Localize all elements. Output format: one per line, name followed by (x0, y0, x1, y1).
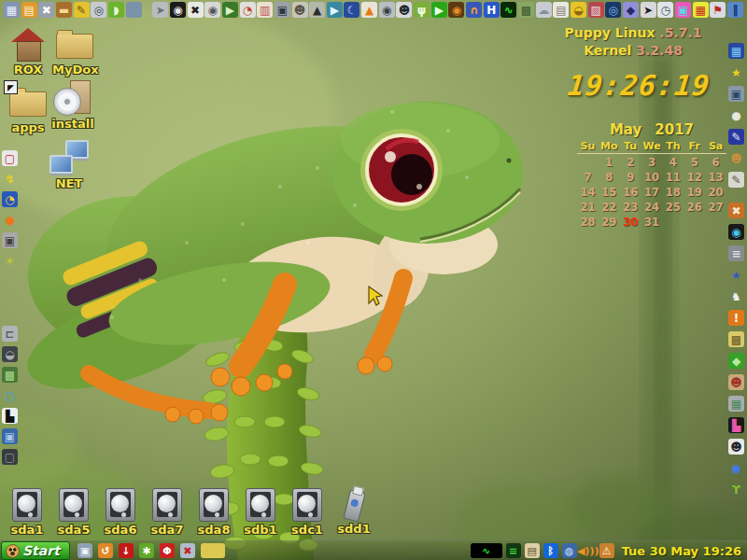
webcam-icon[interactable]: ◉ (379, 2, 395, 18)
golf-ball-icon[interactable]: ● (728, 107, 744, 123)
monitor-pencil-icon[interactable]: ✎ (728, 129, 744, 145)
drive-sdb1[interactable]: sdb1 (239, 488, 282, 537)
drive-sdd1[interactable]: sdd1 (332, 488, 375, 537)
x-box-icon[interactable]: ✖ (728, 203, 744, 218)
compass-icon[interactable]: ◔ (2, 191, 18, 207)
net-monitor-icon[interactable]: ≡ (506, 543, 521, 558)
blue-pixel-screen-icon[interactable]: ▦ (728, 43, 744, 59)
bluetooth-icon[interactable]: ᛒ (543, 543, 558, 558)
green-terminal-icon[interactable]: ▩ (2, 367, 18, 383)
circuit-icon[interactable]: ▦ (728, 396, 744, 412)
vinyl-record-icon[interactable]: ◉ (170, 2, 186, 18)
crayons-icon[interactable]: ▥ (257, 2, 273, 18)
vlc-cone-icon[interactable]: ▲ (361, 2, 377, 18)
blue-screen-icon[interactable]: ▣ (2, 428, 18, 444)
scissors-icon[interactable]: ✖ (188, 2, 204, 18)
document-pen-icon[interactable]: ▤ (553, 2, 569, 18)
floppy-disk-icon[interactable]: ▦ (4, 2, 20, 18)
penguin-game-icon[interactable]: ☻ (728, 439, 744, 455)
download-arrow-icon[interactable]: ↓ (119, 543, 134, 558)
network-globe-icon[interactable]: ◍ (562, 543, 577, 558)
update-icon[interactable]: ↺ (98, 543, 113, 558)
blue-ring-icon[interactable]: ○ (2, 387, 18, 403)
green-gem-icon[interactable]: ◆ (728, 353, 744, 369)
desktop-icon-net[interactable]: NET (47, 140, 92, 190)
orange-ball-icon[interactable]: ● (2, 212, 18, 228)
usb-plug-icon[interactable]: ⊏ (2, 326, 18, 342)
inkscape-mountain-icon[interactable]: ▲ (309, 2, 325, 18)
nature-photo-icon[interactable]: ▩ (518, 2, 534, 18)
windows-stack-icon[interactable]: ▣ (78, 543, 92, 558)
dark-disk-icon[interactable]: ◒ (2, 346, 18, 362)
magnifier-icon[interactable]: ◎ (91, 2, 106, 18)
photo-viewer-icon[interactable]: ▨ (588, 2, 604, 18)
desktop-icon-rox[interactable]: ROX (6, 26, 50, 77)
folder-edit-icon[interactable]: ▤ (21, 2, 37, 18)
blue-bird-icon[interactable]: ★ (728, 267, 744, 283)
alert-ball-icon[interactable]: ! (728, 310, 744, 326)
camera-gray-icon[interactable]: ▣ (2, 232, 18, 248)
ghost-icon[interactable]: ☁ (536, 2, 552, 18)
headphones-icon[interactable]: ∩ (466, 2, 482, 18)
teddy-bear-icon[interactable]: ☻ (728, 150, 744, 166)
gimp-icon[interactable]: ☻ (292, 2, 308, 18)
flag-icon[interactable]: ⚑ (710, 2, 726, 18)
drive-sda1[interactable]: sda1 (6, 488, 49, 537)
sun-gear-icon[interactable]: ☀ (2, 253, 18, 269)
notes-icon[interactable] (201, 543, 225, 558)
leafpad-icon[interactable]: ◗ (108, 2, 124, 18)
drive-sda6[interactable]: sda6 (99, 488, 142, 537)
cursor-tool-icon[interactable]: ➤ (641, 2, 656, 18)
snowflake-icon[interactable]: ✱ (139, 543, 154, 558)
volume-icon[interactable]: ◀))) (581, 543, 596, 558)
h2-app-icon[interactable]: H (484, 2, 500, 18)
oscilloscope-icon[interactable]: ∿ (500, 2, 516, 18)
screen-frame-icon[interactable]: ▢ (2, 150, 18, 166)
magic-wand-icon[interactable]: ★ (728, 64, 744, 80)
cd-spectrum-icon[interactable]: ◉ (728, 224, 744, 240)
blocks-game-icon[interactable]: ▙ (728, 417, 744, 433)
dark-monitor-icon[interactable]: ▢ (2, 449, 18, 465)
drive-sdc1[interactable]: sdc1 (286, 488, 329, 537)
cube-3d-icon[interactable]: ◆ (623, 2, 639, 18)
city-skyline-icon[interactable]: ▙ (2, 408, 18, 424)
camera-eye-icon[interactable]: ◉ (204, 2, 220, 18)
console-icon[interactable]: ≡ (728, 245, 744, 261)
platformer-game-icon[interactable]: ☻ (728, 374, 744, 390)
start-button[interactable]: Start (1, 541, 70, 560)
media-player-icon[interactable]: ▶ (327, 2, 343, 18)
cpu-graph-icon[interactable]: ∿ (471, 543, 502, 558)
paper-plane-icon[interactable]: ➤ (152, 2, 168, 18)
chess-knight-icon[interactable]: ♞ (728, 288, 744, 304)
monitor-icon[interactable]: ▣ (728, 86, 744, 102)
desktop-icon-mydox[interactable]: MyDox (52, 26, 97, 77)
target-icon[interactable]: ◎ (605, 2, 621, 18)
drive-sda8[interactable]: sda8 (192, 488, 235, 537)
audio-mixer-icon[interactable]: ◉ (448, 2, 464, 18)
chart-pie-icon[interactable]: ◔ (240, 2, 256, 18)
clock-icon[interactable]: ◷ (657, 2, 673, 18)
pager-grid-icon[interactable]: ▦ (693, 2, 709, 18)
toolbox-icon[interactable]: ▬ (56, 2, 72, 18)
clipboard-icon[interactable]: ▤ (525, 543, 540, 558)
lightning-icon[interactable]: ↯ (2, 171, 18, 187)
window-close-icon[interactable]: ✖ (180, 543, 195, 558)
tools-wrench-icon[interactable]: ✖ (38, 2, 54, 18)
desktop-icon-install[interactable]: install (50, 80, 95, 131)
antenna-icon[interactable]: ψ (414, 2, 430, 18)
camera-icon[interactable]: ▣ (275, 2, 290, 18)
blue-panel-icon[interactable] (126, 2, 142, 18)
power-icon[interactable]: Φ (160, 543, 175, 558)
video-editor-icon[interactable]: ▶ (222, 2, 238, 18)
play-green-icon[interactable]: ▶ (431, 2, 447, 18)
drive-sda5[interactable]: sda5 (52, 488, 95, 537)
blue-planet-icon[interactable]: ● (728, 460, 744, 476)
penguin-app-icon[interactable]: ☻ (396, 2, 412, 18)
blue-moon-icon[interactable]: ☾ (344, 2, 359, 18)
drive-sda7[interactable]: sda7 (146, 488, 189, 537)
teapot-icon[interactable]: ◒ (571, 2, 586, 18)
draw-pencil-icon[interactable]: ✎ (74, 2, 90, 18)
blue-bars-icon[interactable]: ‖ (727, 2, 743, 18)
notepad-icon[interactable]: ✎ (728, 172, 744, 188)
firewall-alert-icon[interactable]: ⚠ (599, 543, 614, 558)
